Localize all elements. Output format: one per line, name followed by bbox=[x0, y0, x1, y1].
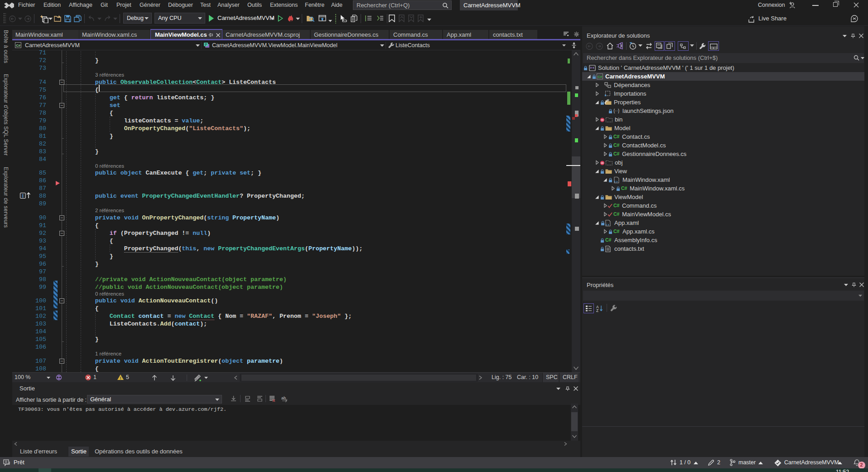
svg-text:ab: ab bbox=[281, 396, 286, 400]
svg-text:Z: Z bbox=[596, 308, 598, 312]
